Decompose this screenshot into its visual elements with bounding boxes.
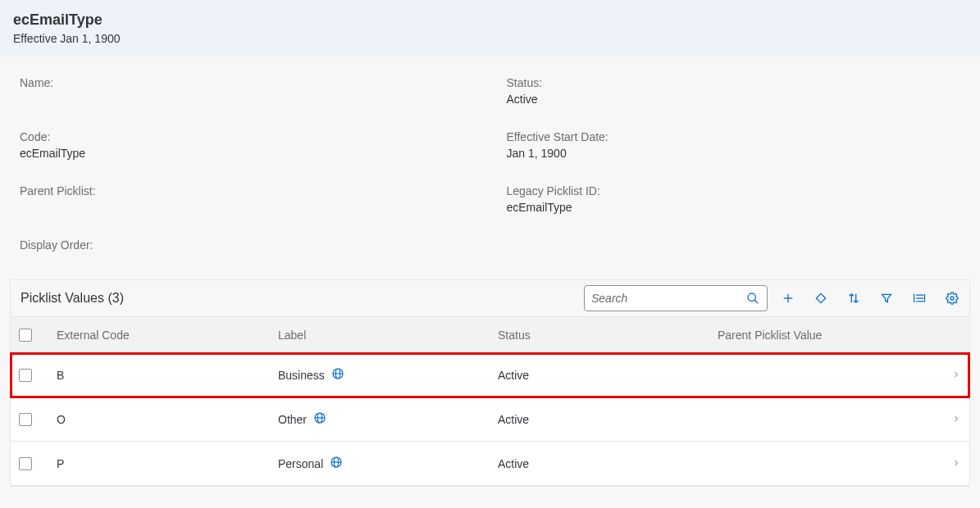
cell-external-code: P bbox=[57, 457, 278, 470]
table-row[interactable]: B Business Active bbox=[11, 353, 969, 397]
svg-point-8 bbox=[950, 297, 954, 300]
filter-icon[interactable] bbox=[879, 291, 894, 306]
chevron-right-icon[interactable] bbox=[937, 413, 961, 426]
chevron-right-icon[interactable] bbox=[937, 457, 961, 470]
cell-external-code: B bbox=[57, 369, 278, 382]
col-status[interactable]: Status bbox=[498, 329, 718, 342]
cell-label: Other bbox=[278, 411, 498, 427]
search-field[interactable] bbox=[584, 285, 768, 311]
picklist-values-section: Picklist Values (3) bbox=[10, 279, 970, 487]
field-label: Effective Start Date: bbox=[507, 130, 961, 143]
table-header-row: External Code Label Status Parent Pickli… bbox=[11, 317, 969, 353]
globe-icon[interactable] bbox=[331, 367, 344, 383]
page-header: ecEmailType Effective Jan 1, 1900 bbox=[0, 0, 980, 57]
table-toolbar: Picklist Values (3) bbox=[11, 280, 969, 317]
select-all-checkbox[interactable] bbox=[19, 329, 32, 342]
field-label: Status: bbox=[507, 76, 961, 89]
row-checkbox[interactable] bbox=[19, 369, 32, 382]
col-external-code[interactable]: External Code bbox=[57, 329, 278, 342]
row-checkbox[interactable] bbox=[19, 413, 32, 426]
field-label: Name: bbox=[20, 76, 474, 89]
label-text: Other bbox=[278, 413, 307, 426]
field-name: Name: bbox=[20, 76, 474, 106]
add-icon[interactable] bbox=[781, 291, 795, 306]
cell-label: Personal bbox=[278, 456, 498, 471]
cell-external-code: O bbox=[57, 413, 278, 426]
col-label[interactable]: Label bbox=[278, 329, 498, 342]
field-label: Legacy Picklist ID: bbox=[507, 184, 961, 197]
col-parent[interactable]: Parent Picklist Value bbox=[718, 329, 937, 342]
field-effective-start: Effective Start Date: Jan 1, 1900 bbox=[507, 130, 961, 160]
sort-icon[interactable] bbox=[846, 291, 861, 306]
settings-icon[interactable] bbox=[945, 291, 959, 306]
search-input[interactable] bbox=[591, 292, 745, 305]
svg-line-1 bbox=[754, 300, 758, 303]
details-grid: Name: Status: Active Code: ecEmailType E… bbox=[0, 57, 980, 279]
page-title: ecEmailType bbox=[13, 11, 967, 29]
field-status: Status: Active bbox=[507, 76, 961, 106]
svg-point-0 bbox=[748, 293, 755, 301]
search-icon[interactable] bbox=[745, 291, 760, 306]
globe-icon[interactable] bbox=[313, 411, 326, 427]
field-label: Code: bbox=[20, 130, 474, 143]
label-text: Business bbox=[278, 369, 325, 382]
field-legacy-id: Legacy Picklist ID: ecEmailType bbox=[507, 184, 961, 214]
table-title: Picklist Values (3) bbox=[21, 291, 584, 306]
field-value: ecEmailType bbox=[507, 201, 961, 214]
cell-label: Business bbox=[278, 367, 498, 383]
cell-status: Active bbox=[498, 413, 718, 426]
field-code: Code: ecEmailType bbox=[20, 130, 474, 160]
cell-status: Active bbox=[498, 457, 718, 470]
field-label: Parent Picklist: bbox=[20, 184, 474, 197]
label-text: Personal bbox=[278, 457, 323, 470]
globe-icon[interactable] bbox=[330, 456, 343, 471]
page-subtitle: Effective Jan 1, 1900 bbox=[13, 32, 967, 45]
diamond-icon[interactable] bbox=[814, 291, 828, 306]
cell-status: Active bbox=[498, 369, 718, 382]
field-value: ecEmailType bbox=[20, 147, 474, 160]
field-label: Display Order: bbox=[20, 238, 474, 252]
table-row[interactable]: P Personal Active bbox=[11, 442, 969, 486]
svg-rect-4 bbox=[816, 293, 825, 302]
group-icon[interactable] bbox=[912, 291, 927, 306]
table-row[interactable]: O Other Active bbox=[11, 397, 969, 442]
field-value: Jan 1, 1900 bbox=[507, 147, 961, 160]
row-checkbox[interactable] bbox=[19, 457, 32, 470]
chevron-right-icon[interactable] bbox=[937, 369, 961, 382]
field-display-order: Display Order: bbox=[20, 238, 474, 255]
field-parent-picklist: Parent Picklist: bbox=[20, 184, 474, 214]
field-value: Active bbox=[507, 93, 961, 106]
